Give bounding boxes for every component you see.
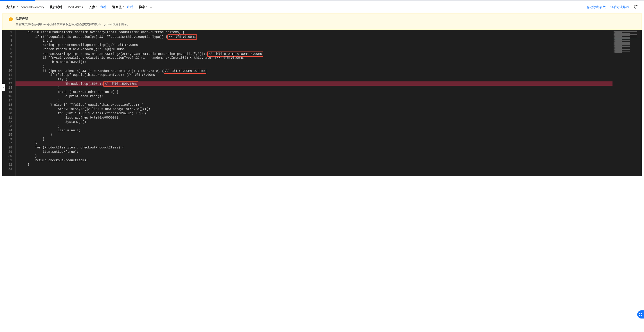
code-line: if ("mysql".equalsIgnoreCase(this.except… xyxy=(20,56,612,60)
code-line: } xyxy=(20,98,612,103)
input-params-label: 入参： xyxy=(89,5,98,9)
view-input-link[interactable]: 查看 xyxy=(100,5,106,9)
code-line: } xyxy=(20,124,612,128)
disclaimer-title: 免责声明 xyxy=(16,17,635,21)
code-editor: 1234567891011121314151617181920212223242… xyxy=(2,30,642,176)
code-line: } xyxy=(20,86,612,90)
line-number: 31 xyxy=(2,158,15,163)
code-line: } xyxy=(20,133,612,137)
warning-icon: ! xyxy=(9,17,13,21)
line-number: 3 xyxy=(2,39,15,43)
line-number: 5 xyxy=(2,47,15,51)
code-line: Random random = new Random();//--耗时:0.00… xyxy=(20,47,612,51)
code-line: HashSet<String> ips = new HashSet<String… xyxy=(20,51,612,56)
code-line: int i; xyxy=(20,39,612,43)
line-number: 32 xyxy=(2,163,15,167)
line-number: 11 xyxy=(2,73,15,77)
code-line: for (int j = 0; j < this.exceptionValue;… xyxy=(20,111,612,116)
line-number: 22 xyxy=(2,120,15,124)
line-number: 25 xyxy=(2,133,15,137)
code-line: } xyxy=(20,163,612,167)
modify-diagnosis-params-link[interactable]: 修改诊断参数 xyxy=(587,5,606,9)
line-number: 12 xyxy=(2,77,15,81)
code-line: } xyxy=(20,154,612,158)
exception-label: 异常： xyxy=(139,5,148,9)
code-line: public List<ProductItem> confirmInventor… xyxy=(20,30,612,34)
line-number: 23 xyxy=(2,124,15,128)
line-number: 33 xyxy=(2,167,15,171)
line-number: 24 xyxy=(2,128,15,133)
code-line: } xyxy=(20,137,612,141)
method-name-label: 方法名： xyxy=(6,5,19,9)
line-number: 6 xyxy=(2,51,15,56)
line-number: 21 xyxy=(2,116,15,120)
code-line: return checkoutProductItems; xyxy=(20,158,612,163)
line-number: 2 xyxy=(2,34,15,39)
line-number: 27 xyxy=(2,141,15,146)
code-line: list.add(new byte[0xA00000]); xyxy=(20,116,612,120)
code-line: String ip = CommonUtil.getLocalIp();//--… xyxy=(20,43,612,47)
line-number: 30 xyxy=(2,154,15,158)
line-number: 1 xyxy=(2,30,15,34)
view-return-link[interactable]: 查看 xyxy=(127,5,133,9)
line-number: 29 xyxy=(2,150,15,154)
code-line: if ("sleep".equals(this.exceptionType)) … xyxy=(20,73,612,77)
exec-time-value: 1501.49ms xyxy=(67,5,83,9)
code-line: if (ips.contains(ip) && (i = random.next… xyxy=(20,69,612,73)
code-line: item.setLock(true); xyxy=(20,150,612,154)
line-number: 17 xyxy=(2,98,15,103)
collapse-panel-toggle[interactable] xyxy=(2,84,5,91)
code-line: e.printStackTrace(); xyxy=(20,94,612,98)
method-name-value: confirmInventory xyxy=(21,5,44,9)
minimap[interactable] xyxy=(612,30,642,176)
code-line: for (ProductItem item : checkoutProductI… xyxy=(20,146,612,150)
line-number: 10 xyxy=(2,69,15,73)
line-number-gutter: 1234567891011121314151617181920212223242… xyxy=(2,30,15,176)
code-line: catch (InterruptedException e) { xyxy=(20,90,612,94)
code-line: this.mockSlowSql(); xyxy=(20,60,612,64)
info-left: 方法名： confirmInventory 执行耗时： 1501.49ms 入参… xyxy=(6,5,156,9)
view-method-stack-link[interactable]: 查看方法堆栈 xyxy=(610,5,629,9)
line-number: 20 xyxy=(2,111,15,116)
top-progress-bar xyxy=(0,0,644,1)
line-number: 9 xyxy=(2,64,15,69)
info-bar: 方法名： confirmInventory 执行耗时： 1501.49ms 入参… xyxy=(0,1,644,13)
code-line: list = null; xyxy=(20,128,612,133)
code-line: } xyxy=(20,141,612,146)
disclaimer-desc: 查看方法源码会利用Java反编译技术获取您应用指定类文件的代码，该代码仅用于展示… xyxy=(16,22,635,26)
refresh-icon[interactable] xyxy=(634,5,638,9)
code-line: ArrayList<byte[]> list = new ArrayList<b… xyxy=(20,107,612,111)
line-number: 16 xyxy=(2,94,15,98)
code-line: } xyxy=(20,64,612,69)
info-right: 修改诊断参数 查看方法堆栈 xyxy=(587,5,638,9)
line-number: 7 xyxy=(2,56,15,60)
line-number: 8 xyxy=(2,60,15,64)
disclaimer-notice: ! 免责声明 查看方法源码会利用Java反编译技术获取您应用指定类文件的代码，该… xyxy=(2,13,642,30)
line-number: 4 xyxy=(2,43,15,47)
code-line: } else if ("fullgc".equals(this.exceptio… xyxy=(20,103,612,107)
code-line: System.gc(); xyxy=(20,120,612,124)
line-number: 28 xyxy=(2,146,15,150)
exception-value: -- xyxy=(150,5,152,9)
line-number: 26 xyxy=(2,137,15,141)
line-number: 18 xyxy=(2,103,15,107)
code-line: Thread.sleep(1500L);//--耗时:1500.13ms xyxy=(20,81,612,86)
code-line: if (!"".equals(this.exceptionIps) && !""… xyxy=(20,34,612,39)
return-value-label: 返回值： xyxy=(112,5,125,9)
exec-time-label: 执行耗时： xyxy=(50,5,66,9)
line-number: 19 xyxy=(2,107,15,111)
code-content[interactable]: public List<ProductItem> confirmInventor… xyxy=(15,30,612,176)
code-line: try { xyxy=(20,77,612,81)
code-line xyxy=(20,167,612,171)
